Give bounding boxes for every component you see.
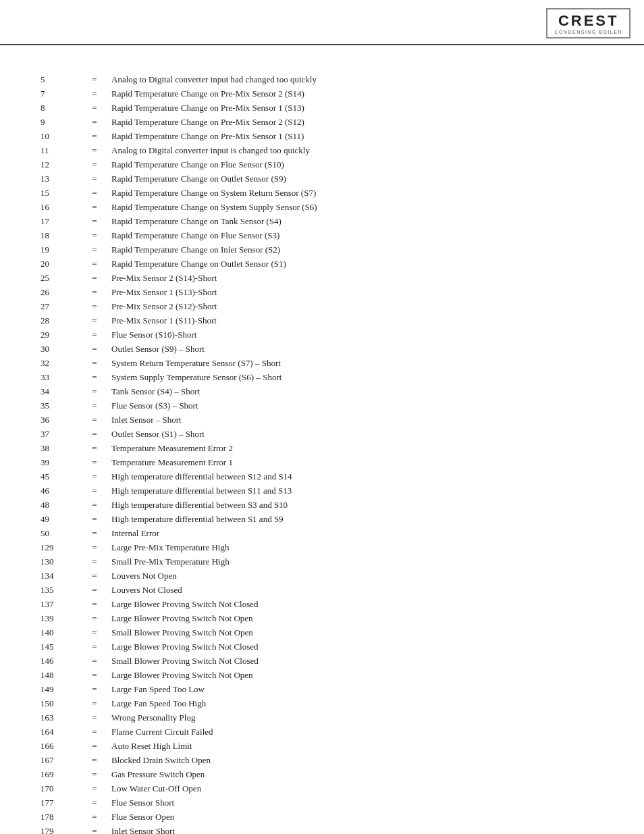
equals-sign: = xyxy=(78,372,111,383)
error-description: Pre-Mix Sensor 2 (S14)-Short xyxy=(111,273,603,284)
table-row: 17=Rapid Temperature Change on Tank Sens… xyxy=(41,214,603,228)
error-description: Large Fan Speed Too Low xyxy=(111,684,603,695)
error-description: Small Pre-Mix Temperature High xyxy=(111,556,603,567)
error-number: 29 xyxy=(41,330,78,340)
error-description: Outlet Sensor (S9) – Short xyxy=(111,344,603,355)
error-description: Gas Pressure Switch Open xyxy=(111,769,603,780)
equals-sign: = xyxy=(78,542,111,553)
equals-sign: = xyxy=(78,486,111,496)
error-description: Low Water Cut-Off Open xyxy=(111,783,603,794)
table-row: 149=Large Fan Speed Too Low xyxy=(41,682,603,696)
table-row: 11=Analog to Digital converter input is … xyxy=(41,143,603,157)
equals-sign: = xyxy=(78,599,111,610)
equals-sign: = xyxy=(78,812,111,823)
table-row: 29=Flue Sensor (S10)-Short xyxy=(41,328,603,342)
equals-sign: = xyxy=(78,712,111,723)
error-description: Flue Sensor (S10)-Short xyxy=(111,330,603,340)
equals-sign: = xyxy=(78,415,111,425)
error-number: 140 xyxy=(41,627,78,638)
equals-sign: = xyxy=(78,457,111,468)
table-row: 18=Rapid Temperature Change on Flue Sens… xyxy=(41,228,603,242)
error-description: System Supply Temperature Sensor (S6) – … xyxy=(111,372,603,383)
error-number: 145 xyxy=(41,642,78,652)
error-description: System Return Temperature Sensor (S7) – … xyxy=(111,358,603,369)
table-row: 48=High temperature differential between… xyxy=(41,498,603,512)
error-number: 27 xyxy=(41,301,78,312)
table-row: 46=High temperature differential between… xyxy=(41,484,603,498)
table-row: 12=Rapid Temperature Change on Flue Sens… xyxy=(41,157,603,172)
equals-sign: = xyxy=(78,755,111,766)
equals-sign: = xyxy=(78,727,111,737)
equals-sign: = xyxy=(78,528,111,539)
table-row: 16=Rapid Temperature Change on System Su… xyxy=(41,200,603,214)
error-description: Louvers Not Closed xyxy=(111,585,603,596)
equals-sign: = xyxy=(78,216,111,227)
equals-sign: = xyxy=(78,159,111,170)
table-row: 5=Analog to Digital converter input had … xyxy=(41,72,603,86)
equals-sign: = xyxy=(78,656,111,667)
table-row: 135=Louvers Not Closed xyxy=(41,583,603,597)
error-description: Analog to Digital converter input is cha… xyxy=(111,145,603,156)
error-number: 170 xyxy=(41,783,78,794)
error-number: 5 xyxy=(41,74,78,85)
table-row: 28=Pre-Mix Sensor 1 (S11)-Short xyxy=(41,313,603,328)
error-description: Rapid Temperature Change on System Retur… xyxy=(111,188,603,199)
error-number: 39 xyxy=(41,457,78,468)
equals-sign: = xyxy=(78,88,111,99)
error-number: 45 xyxy=(41,471,78,482)
error-description: Auto Reset High Limit xyxy=(111,741,603,752)
error-description: High temperature differential between S1… xyxy=(111,471,603,482)
error-number: 26 xyxy=(41,287,78,298)
error-number: 38 xyxy=(41,443,78,454)
table-row: 150=Large Fan Speed Too High xyxy=(41,696,603,710)
table-row: 139=Large Blower Proving Switch Not Open xyxy=(41,611,603,625)
table-row: 37=Outlet Sensor (S1) – Short xyxy=(41,427,603,441)
equals-sign: = xyxy=(78,741,111,752)
error-number: 33 xyxy=(41,372,78,383)
table-row: 140=Small Blower Proving Switch Not Open xyxy=(41,625,603,640)
equals-sign: = xyxy=(78,259,111,269)
equals-sign: = xyxy=(78,188,111,199)
equals-sign: = xyxy=(78,471,111,482)
error-number: 48 xyxy=(41,500,78,511)
equals-sign: = xyxy=(78,783,111,794)
error-description: Pre-Mix Sensor 2 (S12)-Short xyxy=(111,301,603,312)
error-number: 20 xyxy=(41,259,78,269)
table-row: 36=Inlet Sensor – Short xyxy=(41,413,603,427)
error-number: 10 xyxy=(41,131,78,142)
error-number: 30 xyxy=(41,344,78,355)
table-row: 32=System Return Temperature Sensor (S7)… xyxy=(41,356,603,370)
equals-sign: = xyxy=(78,103,111,113)
equals-sign: = xyxy=(78,514,111,525)
equals-sign: = xyxy=(78,798,111,808)
error-number: 7 xyxy=(41,88,78,99)
equals-sign: = xyxy=(78,202,111,213)
error-number: 163 xyxy=(41,712,78,723)
equals-sign: = xyxy=(78,826,111,835)
table-row: 19=Rapid Temperature Change on Inlet Sen… xyxy=(41,242,603,257)
equals-sign: = xyxy=(78,698,111,709)
error-description: Flue Sensor Short xyxy=(111,798,603,808)
table-row: 163=Wrong Personality Plug xyxy=(41,710,603,725)
equals-sign: = xyxy=(78,670,111,681)
error-number: 169 xyxy=(41,769,78,780)
equals-sign: = xyxy=(78,230,111,241)
page-header: CREST CONDENSING BOILER xyxy=(0,0,644,45)
table-row: 13=Rapid Temperature Change on Outlet Se… xyxy=(41,172,603,186)
error-number: 167 xyxy=(41,755,78,766)
error-number: 46 xyxy=(41,486,78,496)
error-description: Pre-Mix Sensor 1 (S13)-Short xyxy=(111,287,603,298)
error-description: Large Fan Speed Too High xyxy=(111,698,603,709)
error-number: 28 xyxy=(41,315,78,326)
equals-sign: = xyxy=(78,769,111,780)
table-row: 45=High temperature differential between… xyxy=(41,469,603,484)
error-description: Rapid Temperature Change on Inlet Sensor… xyxy=(111,244,603,255)
error-description: Rapid Temperature Change on Flue Sensor … xyxy=(111,230,603,241)
error-description: Flue Sensor (S3) – Short xyxy=(111,400,603,411)
table-row: 20=Rapid Temperature Change on Outlet Se… xyxy=(41,257,603,271)
error-number: 9 xyxy=(41,117,78,128)
table-row: 27=Pre-Mix Sensor 2 (S12)-Short xyxy=(41,299,603,313)
error-number: 135 xyxy=(41,585,78,596)
equals-sign: = xyxy=(78,429,111,440)
equals-sign: = xyxy=(78,131,111,142)
